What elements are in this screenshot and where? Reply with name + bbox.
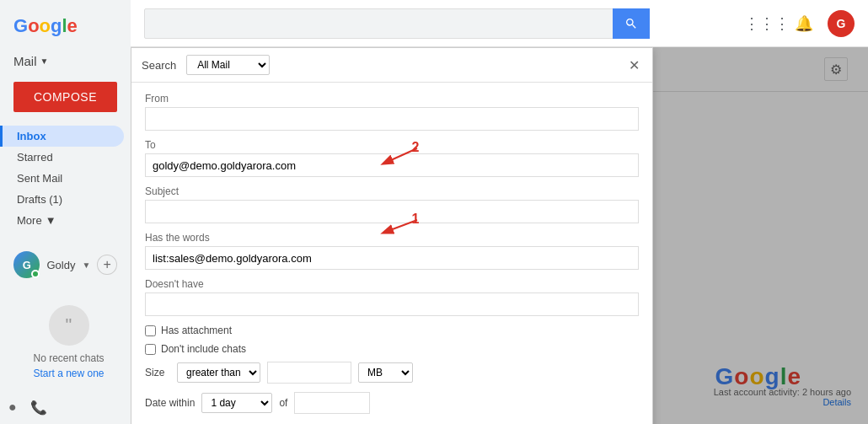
nav-item-more[interactable]: More ▼: [0, 210, 131, 231]
logo-letter-g: G: [13, 15, 28, 37]
doesnt-have-input[interactable]: [145, 293, 639, 316]
nav-item-starred[interactable]: Starred: [0, 147, 124, 168]
content-area: ail! ⚙ Search All Mail Primary Social Pr…: [131, 47, 868, 424]
user-row[interactable]: G Goldy ▼ +: [7, 244, 124, 285]
to-label: To: [145, 139, 639, 151]
mail-label-text: Mail: [13, 54, 37, 68]
size-value-input[interactable]: [267, 362, 351, 384]
nav-item-drafts[interactable]: Drafts (1): [0, 189, 124, 210]
phone-icon[interactable]: 📞: [30, 400, 47, 416]
close-dialog-button[interactable]: ✕: [625, 56, 642, 73]
doesnt-have-row: Doesn't have: [145, 278, 639, 316]
mail-dropdown[interactable]: Mail ▼: [0, 51, 131, 75]
user-avatar-top[interactable]: G: [828, 10, 855, 37]
size-comparison-select[interactable]: greater than less than: [177, 362, 260, 383]
subject-row: Subject: [145, 185, 639, 223]
sidebar-footer-icons: ● 📞: [8, 400, 47, 416]
dont-include-chats-row: Don't include chats: [145, 343, 639, 355]
compose-button[interactable]: COMPOSE: [13, 82, 117, 112]
from-row: From: [145, 93, 639, 131]
search-input[interactable]: [144, 8, 650, 39]
has-attachment-checkbox[interactable]: [145, 325, 156, 336]
dialog-top-bar: Search All Mail Primary Social Promotion…: [131, 48, 652, 83]
notifications-button[interactable]: 🔔: [790, 10, 817, 37]
start-new-chat-link[interactable]: Start a new one: [33, 368, 104, 379]
to-row: To: [145, 139, 639, 177]
size-row: Size greater than less than MB KB Bytes: [145, 362, 639, 384]
from-input[interactable]: [145, 107, 639, 131]
dialog-body: From To Subject Has the words: [131, 83, 652, 424]
add-user-button[interactable]: +: [97, 255, 117, 275]
logo-letter-g2: g: [51, 15, 62, 37]
logo-letter-o1: o: [28, 15, 39, 37]
logo-letter-e: e: [67, 15, 78, 37]
dialog-search-label: Search: [142, 59, 176, 72]
apps-button[interactable]: ⋮⋮⋮: [753, 10, 780, 37]
all-mail-select[interactable]: All Mail Primary Social Promotions: [186, 55, 270, 75]
sidebar-bottom: G Goldy ▼ + " No recent chats Start a ne…: [0, 244, 131, 386]
dont-include-chats-label: Don't include chats: [161, 343, 246, 355]
search-button[interactable]: [613, 8, 650, 39]
has-words-row: Has the words: [145, 232, 639, 270]
nav-item-sent-mail[interactable]: Sent Mail: [0, 168, 124, 189]
subject-input[interactable]: [145, 200, 639, 223]
date-of-label: of: [279, 397, 287, 409]
top-bar: ⋮⋮⋮ 🔔 G: [131, 0, 868, 47]
date-within-select[interactable]: 1 day 3 days 1 week 2 weeks 1 month 2 mo…: [201, 393, 272, 413]
user-name: Goldy: [46, 259, 75, 271]
has-words-label: Has the words: [145, 232, 639, 244]
dont-include-chats-checkbox[interactable]: [145, 344, 156, 355]
search-icon: [624, 17, 638, 30]
main-content: ⋮⋮⋮ 🔔 G ail! ⚙ Search All Mail Primary S…: [131, 0, 868, 424]
size-label: Size: [145, 367, 170, 378]
doesnt-have-label: Doesn't have: [145, 278, 639, 290]
date-within-label: Date within: [145, 397, 195, 409]
search-dialog: Search All Mail Primary Social Promotion…: [131, 47, 653, 424]
nav-item-inbox[interactable]: Inbox: [0, 126, 124, 147]
has-attachment-label: Has attachment: [161, 325, 232, 336]
no-chats-label: No recent chats: [33, 352, 104, 364]
top-icons: ⋮⋮⋮ 🔔 G: [753, 10, 855, 37]
chat-icon: ": [49, 305, 89, 346]
date-input[interactable]: [294, 392, 370, 414]
date-row: Date within 1 day 3 days 1 week 2 weeks …: [145, 392, 639, 414]
quote-icon: ": [66, 314, 72, 336]
logo-letter-o2: o: [40, 15, 51, 37]
more-arrow-icon: ▼: [46, 214, 56, 227]
sidebar: G o o g l e Mail ▼ COMPOSE Inbox Starred…: [0, 0, 131, 424]
mail-dropdown-arrow: ▼: [40, 56, 49, 66]
google-logo: G o o g l e: [0, 8, 131, 51]
size-unit-select[interactable]: MB KB Bytes: [358, 362, 413, 383]
user-dropdown-arrow: ▼: [82, 260, 90, 270]
subject-label: Subject: [145, 185, 639, 197]
contact-icon[interactable]: ●: [8, 400, 17, 416]
from-label: From: [145, 93, 639, 105]
has-attachment-row: Has attachment: [145, 325, 639, 336]
to-input[interactable]: [145, 153, 639, 177]
avatar-status: [31, 270, 40, 278]
search-box-area: [144, 8, 650, 39]
avatar: G: [13, 251, 40, 278]
chat-section: " No recent chats Start a new one: [19, 285, 110, 386]
has-words-input[interactable]: [145, 246, 639, 270]
